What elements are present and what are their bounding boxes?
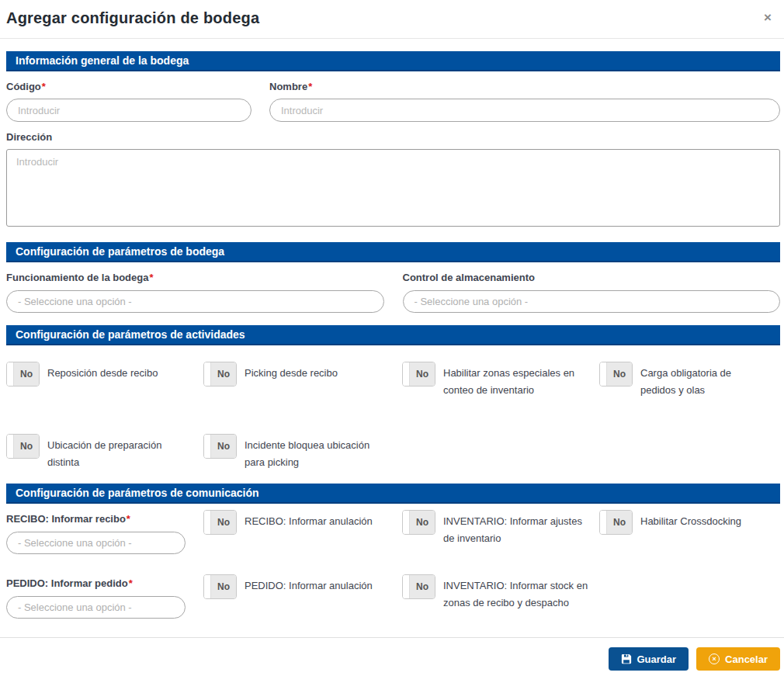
toggle-recibo-anulacion[interactable]: No — [203, 510, 237, 535]
toggle-handle — [204, 575, 211, 598]
toggle-label: Carga obligatoria de pedidos y olas — [640, 362, 769, 399]
toggle-label: Ubicación de preparación distinta — [47, 434, 193, 471]
toggle-state: No — [410, 362, 435, 386]
recibo-informar-field-group: RECIBO: Informar recibo* - Seleccione un… — [6, 504, 203, 554]
toggle-cell-ubicacion-preparacion: No Ubicación de preparación distinta — [6, 434, 203, 471]
direccion-textarea[interactable] — [6, 149, 780, 227]
required-asterisk: * — [127, 513, 130, 525]
modal-body: Información general de la bodega Código*… — [0, 39, 784, 619]
nombre-label-text: Nombre — [269, 81, 307, 92]
control-almacenamiento-label: Control de almacenamiento — [403, 272, 781, 283]
row-parametros-bodega: Funcionamiento de la bodega* - Seleccion… — [6, 262, 780, 313]
save-button[interactable]: Guardar — [609, 647, 689, 671]
toggle-state: No — [211, 511, 236, 534]
funcionamiento-label-text: Funcionamiento de la bodega — [6, 272, 148, 283]
toggle-cell-inventario-ajustes: No INVENTARIO: Informar ajustes de inven… — [402, 510, 599, 554]
toggle-state: No — [211, 575, 236, 598]
empty-cell — [599, 434, 780, 471]
page-title: Agregar configuración de bodega — [6, 9, 259, 27]
modal-footer: Guardar × Cancelar — [0, 637, 784, 676]
cancel-button-label: Cancelar — [725, 653, 768, 665]
toggle-state: No — [410, 511, 435, 534]
required-asterisk: * — [308, 81, 312, 92]
cancel-circle-x-icon: × — [709, 653, 720, 664]
toggle-cell-carga-obligatoria: No Carga obligatoria de pedidos y olas — [599, 362, 780, 399]
modal-header: Agregar configuración de bodega × — [0, 0, 784, 39]
activities-row-1: No Reposición desde recibo No Picking de… — [6, 362, 780, 399]
toggle-label: Incidente bloquea ubicación para picking — [245, 434, 391, 471]
control-almacenamiento-select[interactable]: - Seleccione una opción - — [403, 290, 781, 313]
pedido-informar-field-group: PEDIDO: Informar pedido* - Seleccione un… — [6, 568, 203, 619]
toggle-state: No — [211, 435, 236, 458]
activities-row-2: No Ubicación de preparación distinta No … — [6, 434, 780, 471]
direccion-label: Dirección — [6, 131, 780, 143]
pedido-informar-select[interactable]: - Seleccione una opción - — [6, 596, 186, 619]
toggle-picking-desde-recibo[interactable]: No — [203, 362, 237, 387]
toggle-state: No — [14, 362, 39, 386]
toggle-cell-picking-desde-recibo: No Picking desde recibo — [203, 362, 402, 399]
toggle-reposicion-desde-recibo[interactable]: No — [6, 362, 40, 387]
toggle-cell-incidente-bloquea: No Incidente bloquea ubicación para pick… — [203, 434, 402, 471]
nombre-label: Nombre* — [269, 81, 780, 92]
toggle-cell-pedido-anulacion: No PEDIDO: Informar anulación — [203, 574, 402, 619]
recibo-informar-label-text: RECIBO: Informar recibo — [6, 513, 126, 525]
toggle-label: INVENTARIO: Informar ajustes de inventar… — [443, 510, 588, 547]
pedido-informar-label-text: PEDIDO: Informar pedido — [6, 577, 128, 589]
toggle-handle — [204, 362, 211, 386]
section-header-general: Información general de la bodega — [6, 51, 780, 71]
funcionamiento-select[interactable]: - Seleccione una opción - — [6, 290, 384, 313]
toggle-label: Picking desde recibo — [245, 362, 338, 382]
communication-row-2: PEDIDO: Informar pedido* - Seleccione un… — [6, 568, 780, 619]
toggle-cell-inventario-stock-zonas: No INVENTARIO: Informar stock en zonas d… — [402, 574, 599, 619]
toggle-label: INVENTARIO: Informar stock en zonas de r… — [443, 574, 588, 612]
nombre-input[interactable] — [269, 99, 780, 122]
toggle-cell-habilitar-crossdocking: No Habilitar Crossdocking — [599, 510, 780, 554]
toggle-carga-obligatoria[interactable]: No — [599, 362, 633, 387]
toggle-zonas-especiales-conteo[interactable]: No — [402, 362, 435, 387]
codigo-input[interactable] — [6, 99, 252, 122]
toggle-inventario-ajustes[interactable]: No — [402, 510, 435, 535]
toggle-label: Habilitar zonas especiales en conteo de … — [443, 362, 588, 399]
recibo-informar-select[interactable]: - Seleccione una opción - — [6, 532, 186, 554]
row-codigo-nombre: Código* Nombre* — [6, 71, 780, 122]
required-asterisk: * — [149, 272, 153, 283]
codigo-label: Código* — [6, 81, 252, 92]
save-button-label: Guardar — [637, 653, 677, 665]
toggle-inventario-stock-zonas[interactable]: No — [402, 574, 435, 599]
toggle-handle — [403, 575, 410, 598]
cancel-button[interactable]: × Cancelar — [696, 647, 780, 671]
toggle-handle — [403, 511, 410, 534]
toggle-cell-recibo-anulacion: No RECIBO: Informar anulación — [203, 510, 402, 554]
toggle-state: No — [410, 575, 435, 598]
toggle-habilitar-crossdocking[interactable]: No — [599, 510, 633, 535]
control-almacenamiento-field-group: Control de almacenamiento - Seleccione u… — [403, 262, 781, 313]
section-header-parametros-actividades: Configuración de parámetros de actividad… — [6, 325, 780, 345]
required-asterisk: * — [42, 81, 46, 92]
toggle-handle — [7, 435, 14, 458]
funcionamiento-field-group: Funcionamiento de la bodega* - Seleccion… — [6, 262, 384, 313]
toggle-ubicacion-preparacion[interactable]: No — [6, 434, 40, 459]
codigo-label-text: Código — [6, 81, 41, 92]
toggle-incidente-bloquea[interactable]: No — [203, 434, 237, 459]
empty-cell — [402, 434, 599, 471]
close-icon[interactable]: × — [759, 9, 776, 26]
section-header-parametros-comunicacion: Configuración de parámetros de comunicac… — [6, 484, 780, 504]
toggle-state: No — [14, 435, 39, 458]
add-warehouse-config-modal: Agregar configuración de bodega × Inform… — [0, 0, 784, 676]
toggle-state: No — [211, 362, 236, 386]
codigo-field-group: Código* — [6, 71, 252, 122]
toggle-state: No — [607, 362, 632, 386]
toggle-handle — [7, 362, 14, 386]
toggle-label: RECIBO: Informar anulación — [245, 510, 373, 530]
nombre-field-group: Nombre* — [269, 71, 780, 122]
toggle-pedido-anulacion[interactable]: No — [203, 574, 237, 599]
recibo-informar-label: RECIBO: Informar recibo* — [6, 513, 203, 525]
toggle-handle — [600, 511, 607, 534]
toggle-state: No — [607, 511, 632, 534]
communication-row-1: RECIBO: Informar recibo* - Seleccione un… — [6, 504, 780, 554]
funcionamiento-label: Funcionamiento de la bodega* — [6, 272, 384, 283]
direccion-field-group: Dirección — [6, 131, 780, 230]
required-asterisk: * — [129, 577, 133, 589]
toggle-handle — [600, 362, 607, 386]
toggle-handle — [403, 362, 410, 386]
